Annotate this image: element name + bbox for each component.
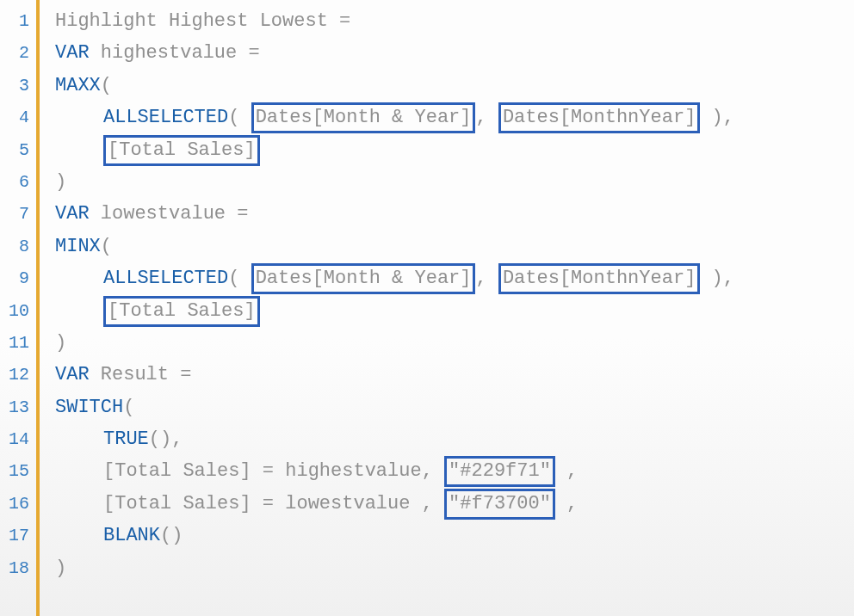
line-number: 11 xyxy=(0,327,36,359)
code-line[interactable]: ALLSELECTED( Dates[Month & Year], Dates[… xyxy=(55,102,854,133)
allselected-fn: ALLSELECTED xyxy=(103,268,228,289)
line-number: 7 xyxy=(0,198,36,230)
column-month-year[interactable]: Dates[Month & Year] xyxy=(251,263,476,294)
equals: = xyxy=(226,203,248,225)
code-line[interactable]: MAXX( xyxy=(55,70,854,102)
line-number-gutter: 123456789101112131415161718 xyxy=(0,0,36,616)
code-line[interactable]: VAR lowestvalue = xyxy=(55,198,854,230)
equals: = xyxy=(251,493,286,514)
paren-close: ) xyxy=(712,268,723,289)
paren-close: ) xyxy=(55,332,66,354)
space xyxy=(700,107,711,128)
color-high[interactable]: "#229f71" xyxy=(444,456,555,487)
line-number: 6 xyxy=(0,166,36,198)
comma: , xyxy=(475,107,498,128)
paren-open: ( xyxy=(123,397,134,418)
total-sales-ref: [Total Sales] xyxy=(103,460,251,482)
space xyxy=(90,42,101,64)
comma: , xyxy=(422,460,444,482)
minx-fn: MINX xyxy=(55,236,101,257)
measure-name: Highlight Highest Lowest xyxy=(55,10,328,32)
total-sales-measure[interactable]: [Total Sales] xyxy=(103,296,260,327)
equals: = xyxy=(328,10,350,32)
code-line[interactable]: ALLSELECTED( Dates[Month & Year], Dates[… xyxy=(55,262,854,294)
var-keyword: VAR xyxy=(55,42,90,64)
equals: = xyxy=(251,460,286,482)
column-monthnyear[interactable]: Dates[MonthnYear] xyxy=(498,263,700,294)
highestvalue-ref: highestvalue xyxy=(285,460,421,482)
var-keyword: VAR xyxy=(55,203,90,225)
equals: = xyxy=(169,364,191,385)
code-line[interactable]: [Total Sales] = lowestvalue , "#f73700" … xyxy=(55,488,854,520)
allselected-fn: ALLSELECTED xyxy=(103,107,228,128)
code-line[interactable]: BLANK() xyxy=(55,520,854,551)
total-sales-measure[interactable]: [Total Sales] xyxy=(103,135,260,166)
comma: , xyxy=(723,107,734,128)
line-number: 4 xyxy=(0,102,36,133)
code-line[interactable]: VAR Result = xyxy=(55,359,854,391)
switch-fn: SWITCH xyxy=(55,397,123,418)
var-result: Result xyxy=(101,364,169,385)
paren-open: ( xyxy=(228,107,239,128)
code-area[interactable]: Highlight Highest Lowest = VAR highestva… xyxy=(55,0,854,616)
column-monthnyear[interactable]: Dates[MonthnYear] xyxy=(498,102,700,133)
line-number: 17 xyxy=(0,520,36,551)
comma: , xyxy=(723,268,734,289)
code-line[interactable]: [Total Sales] = highestvalue, "#229f71" … xyxy=(55,455,854,487)
line-number: 2 xyxy=(0,37,36,69)
line-number: 10 xyxy=(0,295,36,327)
line-number: 9 xyxy=(0,262,36,294)
var-keyword: VAR xyxy=(55,364,90,385)
line-number: 8 xyxy=(0,231,36,262)
line-number: 16 xyxy=(0,488,36,520)
code-line[interactable]: ) xyxy=(55,552,854,584)
gutter-divider xyxy=(36,0,40,616)
comma: , xyxy=(555,493,590,514)
code-line[interactable]: Highlight Highest Lowest = xyxy=(55,5,854,37)
paren-open: ( xyxy=(228,268,239,289)
comma: , xyxy=(555,460,590,482)
true-fn: TRUE xyxy=(103,428,149,450)
maxx-fn: MAXX xyxy=(55,75,101,96)
paren-open: ( xyxy=(101,236,112,257)
lowestvalue-ref: lowestvalue xyxy=(285,493,410,514)
line-number: 13 xyxy=(0,391,36,423)
code-line[interactable]: TRUE(), xyxy=(55,423,854,455)
paren-open: ( xyxy=(101,75,112,96)
space xyxy=(90,364,101,385)
dax-editor: 123456789101112131415161718 Highlight Hi… xyxy=(0,0,854,616)
line-number: 18 xyxy=(0,552,36,584)
line-number: 14 xyxy=(0,423,36,455)
space-comma: , xyxy=(410,493,444,514)
line-number: 15 xyxy=(0,455,36,487)
var-lowest: lowestvalue xyxy=(101,203,226,225)
paren-close: ) xyxy=(55,171,66,193)
paren-close: ) xyxy=(712,107,723,128)
code-line[interactable]: MINX( xyxy=(55,231,854,262)
code-line[interactable]: [Total Sales] xyxy=(55,295,854,327)
blank-fn: BLANK xyxy=(103,525,160,546)
space xyxy=(700,268,711,289)
code-line[interactable]: VAR highestvalue = xyxy=(55,37,854,69)
line-number: 1 xyxy=(0,5,36,37)
line-number: 12 xyxy=(0,359,36,391)
column-month-year[interactable]: Dates[Month & Year] xyxy=(251,102,476,133)
comma: , xyxy=(171,428,183,450)
line-number: 5 xyxy=(0,134,36,166)
space xyxy=(239,107,251,128)
equals: = xyxy=(237,42,259,64)
code-line[interactable]: SWITCH( xyxy=(55,391,854,423)
code-line[interactable]: [Total Sales] xyxy=(55,134,854,166)
var-highest: highestvalue xyxy=(101,42,237,64)
code-line[interactable]: ) xyxy=(55,166,854,198)
total-sales-ref: [Total Sales] xyxy=(103,493,251,514)
paren-close: ) xyxy=(55,557,66,579)
line-number: 3 xyxy=(0,70,36,102)
space xyxy=(90,203,101,225)
comma: , xyxy=(475,268,498,289)
color-low[interactable]: "#f73700" xyxy=(444,489,555,520)
parens: () xyxy=(160,525,183,546)
parens: () xyxy=(149,428,171,450)
space xyxy=(239,268,251,289)
code-line[interactable]: ) xyxy=(55,327,854,359)
